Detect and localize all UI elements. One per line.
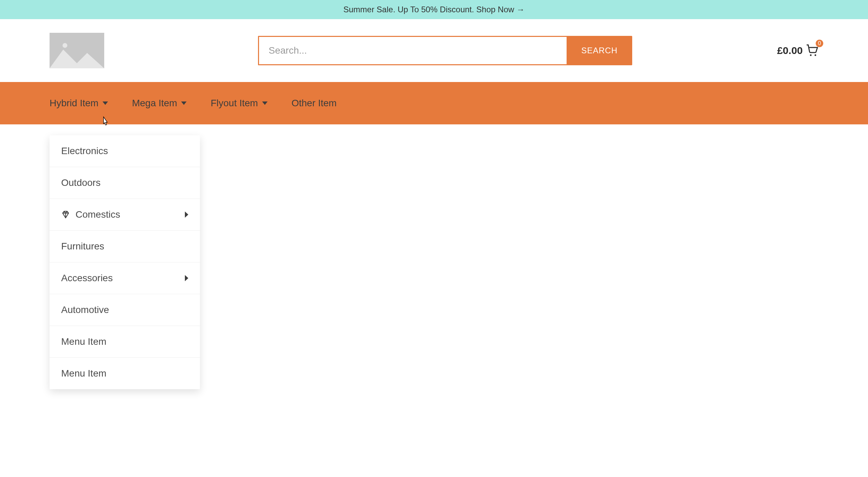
- header: SEARCH £0.00 0: [0, 19, 868, 82]
- cart-badge: 0: [816, 40, 823, 47]
- search-form: SEARCH: [258, 36, 632, 65]
- nav-item-label: Mega Item: [132, 98, 177, 109]
- announcement-bar[interactable]: Summer Sale. Up To 50% Discount. Shop No…: [0, 0, 868, 19]
- logo-mountain-icon: [50, 44, 104, 68]
- cart-widget[interactable]: £0.00 0: [777, 44, 818, 57]
- cart-amount: £0.00: [777, 45, 803, 56]
- nav-item-flyout[interactable]: Flyout Item: [211, 98, 267, 109]
- nav-item-label: Hybrid Item: [50, 98, 98, 109]
- svg-point-2: [815, 54, 816, 56]
- cart-icon-box: 0: [806, 44, 818, 57]
- caret-down-icon: [181, 101, 187, 105]
- cart-icon: [806, 44, 818, 57]
- announcement-text: Summer Sale. Up To 50% Discount. Shop No…: [343, 5, 525, 14]
- nav-item-label: Flyout Item: [211, 98, 258, 109]
- search-input[interactable]: [258, 36, 567, 65]
- caret-down-icon: [262, 101, 268, 105]
- logo-placeholder[interactable]: [50, 33, 104, 68]
- search-button[interactable]: SEARCH: [567, 36, 632, 65]
- nav-item-other[interactable]: Other Item: [291, 98, 337, 109]
- svg-point-1: [810, 54, 812, 56]
- nav-item-mega[interactable]: Mega Item: [132, 98, 187, 109]
- nav-item-hybrid[interactable]: Hybrid Item: [50, 98, 108, 109]
- main-nav: Hybrid Item Mega Item Flyout Item Other …: [0, 82, 868, 124]
- nav-item-label: Other Item: [291, 98, 337, 109]
- svg-marker-0: [50, 50, 104, 68]
- caret-down-icon: [103, 101, 108, 105]
